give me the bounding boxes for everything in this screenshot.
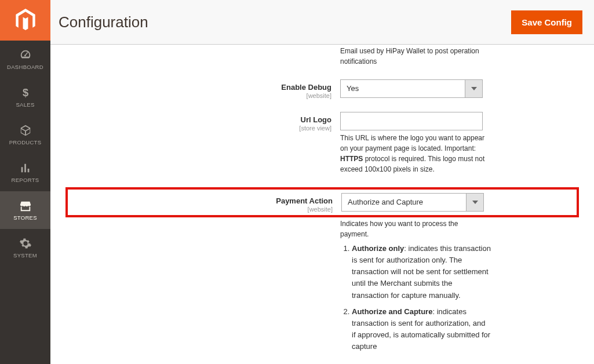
payment-action-label: Payment Action xyxy=(276,196,333,205)
admin-sidebar: DASHBOARD $ SALES PRODUCTS REPORTS STORE… xyxy=(0,0,50,364)
nav-label: STORES xyxy=(13,214,37,221)
payment-action-scope: [website] xyxy=(69,206,333,213)
magento-logo[interactable] xyxy=(0,0,50,41)
list-item: Authorize and Capture: indicates transac… xyxy=(352,306,491,353)
page-title: Configuration xyxy=(59,13,148,31)
payment-action-row: Payment Action [website] Authorize and C… xyxy=(69,193,575,213)
payment-action-select[interactable]: Authorize and Capture xyxy=(341,193,484,212)
bars-icon xyxy=(19,162,32,174)
nav-label: SALES xyxy=(16,101,34,108)
enable-debug-label: Enable Debug xyxy=(281,83,331,92)
nav-stores[interactable]: STORES xyxy=(0,191,50,229)
enable-debug-row: Enable Debug [website] Yes xyxy=(68,79,577,99)
gear-icon xyxy=(19,237,32,250)
chevron-down-icon xyxy=(466,193,484,212)
nav-products[interactable]: PRODUCTS xyxy=(0,116,50,154)
nav-dashboard[interactable]: DASHBOARD xyxy=(0,41,50,78)
nav-label: PRODUCTS xyxy=(9,139,42,145)
payment-action-notes: Indicates how you want to process the pa… xyxy=(340,219,577,352)
helper-pre: This URL is where the logo you want to a… xyxy=(340,134,484,152)
main-area: Configuration Save Config Email used by … xyxy=(50,0,594,364)
url-logo-helper: This URL is where the logo you want to a… xyxy=(340,133,485,174)
opt-strong: Authorize and Capture xyxy=(352,307,432,316)
nav-label: DASHBOARD xyxy=(7,64,43,70)
helper-strong: HTTPS xyxy=(340,155,363,163)
save-config-button[interactable]: Save Config xyxy=(511,10,582,34)
list-item: Authorize only: indicates this transacti… xyxy=(352,243,491,301)
storefront-icon xyxy=(19,199,32,212)
box-icon xyxy=(19,124,32,137)
url-logo-label: Url Logo xyxy=(301,115,331,124)
enable-debug-scope: [website] xyxy=(68,92,331,99)
gauge-icon xyxy=(19,49,32,61)
chevron-down-icon xyxy=(465,79,483,98)
enable-debug-select[interactable]: Yes xyxy=(340,79,483,98)
nav-reports[interactable]: REPORTS xyxy=(0,154,50,191)
opt-strong: Authorize only xyxy=(352,244,404,253)
nav-label: REPORTS xyxy=(12,177,39,183)
config-form: Email used by HiPay Wallet to post opera… xyxy=(50,45,594,364)
url-logo-scope: [store view] xyxy=(68,125,331,132)
dollar-icon: $ xyxy=(19,86,32,99)
nav-system[interactable]: SYSTEM xyxy=(0,229,50,267)
payment-action-value: Authorize and Capture xyxy=(341,193,467,212)
url-logo-row: Url Logo [store view] This URL is where … xyxy=(68,112,577,174)
nav-label: SYSTEM xyxy=(13,252,37,259)
payment-action-helper: Indicates how you want to process the pa… xyxy=(340,219,486,239)
email-helper-text: Email used by HiPay Wallet to post opera… xyxy=(340,45,486,67)
payment-action-options-list: Authorize only: indicates this transacti… xyxy=(340,243,491,352)
nav-sales[interactable]: $ SALES xyxy=(0,78,50,116)
page-header: Configuration Save Config xyxy=(50,0,594,45)
enable-debug-value: Yes xyxy=(340,79,465,98)
svg-text:$: $ xyxy=(22,86,28,99)
payment-action-highlight: Payment Action [website] Authorize and C… xyxy=(65,187,579,217)
url-logo-input[interactable] xyxy=(340,112,483,130)
